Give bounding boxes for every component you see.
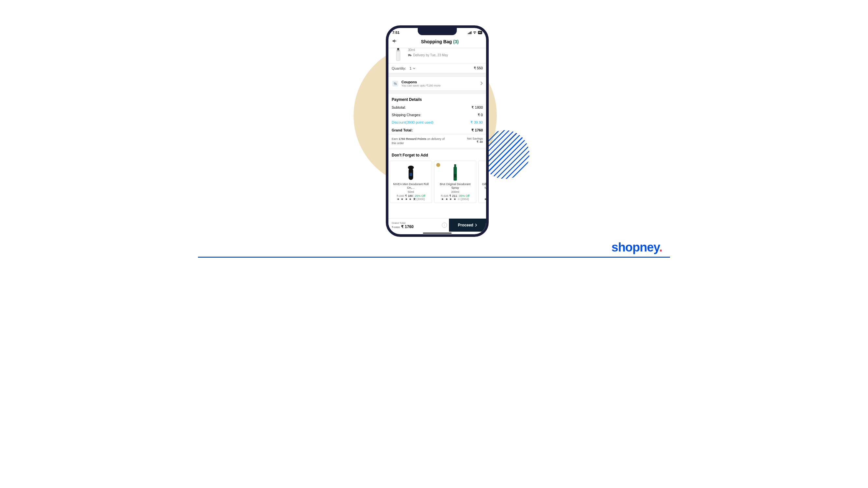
product-image bbox=[436, 163, 475, 181]
brand-logo: shopney. bbox=[612, 240, 662, 254]
home-indicator bbox=[423, 233, 452, 234]
suggestions-heading: Don't Forget to Add bbox=[389, 150, 486, 159]
battery-icon: 61 bbox=[478, 31, 482, 34]
suggestions-carousel[interactable]: NIVEA Men Deodorant Roll On,… 50ml ₹ 240… bbox=[389, 159, 486, 203]
back-button[interactable] bbox=[392, 38, 397, 44]
product-name: NIVEA Men Deodorant Roll On,… bbox=[391, 183, 430, 190]
coupon-icon: % bbox=[392, 81, 398, 87]
product-price: ₹… bbox=[480, 194, 486, 197]
cart-item-size: 30ml bbox=[408, 47, 448, 53]
truck-icon bbox=[408, 54, 412, 57]
coupons-row[interactable]: % Coupons You can save upto ₹180 more bbox=[389, 76, 486, 91]
reward-row: Earn 1760 Reward Points on delivery of t… bbox=[389, 134, 486, 148]
page-title: Shopping Bag (3) bbox=[397, 39, 483, 44]
phone-notch bbox=[418, 28, 457, 35]
chevron-right-icon bbox=[480, 81, 483, 87]
svg-rect-7 bbox=[454, 167, 457, 181]
quantity-selector[interactable]: Quantity: 1 bbox=[392, 66, 415, 70]
product-card[interactable]: Gillette M… Mens… 2… ₹… ★ ★ ★ bbox=[478, 161, 486, 203]
arrow-left-icon bbox=[392, 38, 397, 43]
line-price: ₹ 550 bbox=[474, 66, 483, 70]
phone-screen: 7:51 61 Shopping Bag (3) bbox=[389, 28, 486, 234]
checkout-bar: Grand Total: ₹ 1800₹ 1760 i Proceed bbox=[389, 218, 486, 232]
product-price: ₹ 325₹ 21135% Off bbox=[436, 194, 475, 197]
product-image bbox=[391, 163, 430, 181]
product-size: 200ml bbox=[436, 190, 475, 194]
product-name: Brut Original Deodorant Spray bbox=[436, 183, 475, 190]
payment-heading: Payment Details bbox=[389, 94, 486, 104]
section-gap bbox=[389, 91, 486, 94]
checkout-total: Grand Total: ₹ 1800₹ 1760 bbox=[389, 219, 442, 232]
product-card[interactable]: NIVEA Men Deodorant Roll On,… 50ml ₹ 240… bbox=[390, 161, 432, 203]
product-card[interactable]: Brut Original Deodorant Spray 200ml ₹ 32… bbox=[434, 161, 476, 203]
product-size: 2… bbox=[480, 190, 486, 194]
quantity-row: Quantity: 1 ₹ 550 bbox=[389, 63, 486, 73]
product-rating: ★ ★ ★ bbox=[480, 197, 486, 201]
subtotal-row: Subtotal:₹ 1800 bbox=[392, 104, 483, 111]
proceed-button[interactable]: Proceed bbox=[449, 219, 486, 232]
svg-rect-1 bbox=[397, 50, 400, 52]
coupons-title: Coupons bbox=[401, 80, 440, 84]
coupons-subtitle: You can save upto ₹180 more bbox=[401, 84, 440, 87]
wifi-icon bbox=[473, 31, 477, 34]
section-gap bbox=[389, 73, 486, 76]
product-name: Gillette M… Mens… bbox=[480, 183, 486, 190]
chevron-down-icon bbox=[413, 67, 415, 70]
svg-rect-6 bbox=[454, 164, 456, 167]
phone-frame: 7:51 61 Shopping Bag (3) bbox=[386, 25, 489, 237]
delivery-date: Delivery by Tue, 23 May bbox=[413, 53, 448, 58]
signal-icon bbox=[468, 31, 471, 34]
discount-row: Discount(3990 point used)₹ 39.90 bbox=[392, 119, 483, 126]
svg-rect-5 bbox=[410, 173, 412, 176]
product-rating: ★ ★ ★ ★ ⯪(3000) bbox=[391, 197, 430, 201]
chevron-right-icon bbox=[475, 224, 477, 227]
info-icon[interactable]: i bbox=[442, 223, 447, 228]
svg-rect-2 bbox=[396, 51, 400, 61]
app-header: Shopping Bag (3) bbox=[389, 36, 486, 48]
product-size: 50ml bbox=[391, 190, 430, 194]
product-price: ₹ 240₹ 18025% Off bbox=[391, 194, 430, 197]
footer-rule bbox=[198, 257, 670, 258]
shipping-row: Shipping Charges:₹ 0 bbox=[392, 111, 483, 119]
status-time: 7:51 bbox=[392, 31, 400, 34]
product-rating: ★ ★ ★ ★ ☆(2004) bbox=[436, 197, 475, 201]
svg-rect-0 bbox=[397, 48, 399, 50]
product-thumb bbox=[392, 47, 405, 62]
product-image bbox=[480, 163, 486, 181]
cart-item: 30ml Delivery by Tue, 23 May bbox=[389, 47, 486, 63]
grand-total-row: Grand Total:₹ 1760 bbox=[392, 126, 483, 134]
svg-rect-8 bbox=[454, 174, 457, 177]
